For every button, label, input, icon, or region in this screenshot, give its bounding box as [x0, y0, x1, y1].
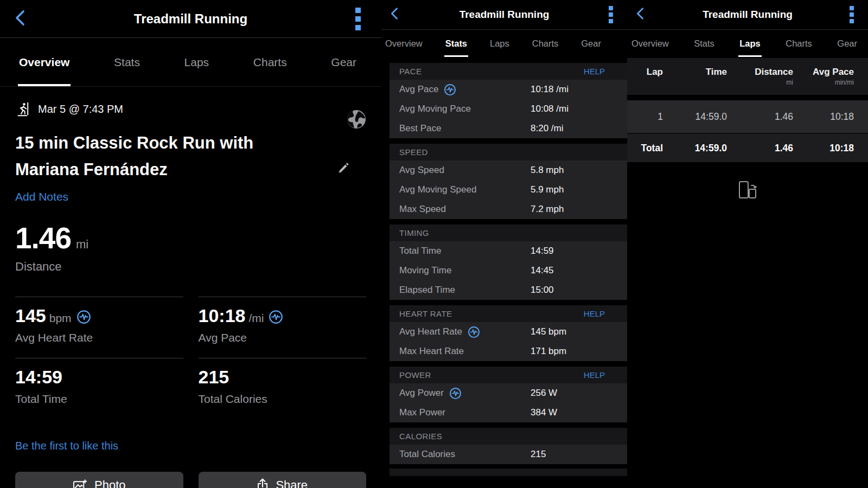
overflow-menu-button[interactable]	[850, 6, 854, 23]
stat-row: Avg Speed5.8 mph	[390, 160, 627, 180]
help-link[interactable]: HELP	[584, 67, 605, 76]
laps-table: Lap Time Distancemi Avg Pacemin/mi 1 14:…	[627, 58, 868, 162]
pulse-badge-icon	[449, 387, 462, 400]
laps-screen: Treadmill Running Overview Stats Laps Ch…	[627, 0, 868, 488]
section-pace: PACEHELP Avg Pace10:18 /mi Avg Moving Pa…	[390, 63, 627, 138]
section-title: PACE	[399, 67, 422, 76]
back-button[interactable]	[390, 8, 399, 22]
tab-bar: Overview Stats Laps Charts Gear	[381, 30, 627, 57]
tab-stats[interactable]: Stats	[693, 30, 716, 57]
privacy-globe-icon[interactable]	[346, 109, 367, 132]
share-button[interactable]: Share	[199, 472, 367, 488]
page-title: Treadmill Running	[134, 11, 247, 27]
tab-charts[interactable]: Charts	[252, 38, 288, 86]
back-chevron-icon	[636, 8, 644, 20]
add-photo-icon	[73, 479, 87, 488]
like-link[interactable]: Be the first to like this	[15, 440, 118, 452]
tab-laps[interactable]: Laps	[489, 30, 510, 57]
help-link[interactable]: HELP	[584, 370, 605, 380]
rotate-hint	[627, 179, 868, 202]
lap-avg-pace: 10:18	[793, 111, 854, 123]
stat-row-label: Avg Pace	[399, 84, 438, 95]
stat-label: Total Time	[15, 393, 183, 406]
tab-overview[interactable]: Overview	[630, 30, 670, 57]
section-power: POWERHELP Avg Power256 W Max Power384 W	[390, 367, 627, 422]
column-header: Time	[663, 67, 727, 78]
column-unit: mi	[727, 79, 793, 87]
tab-gear[interactable]: Gear	[580, 30, 602, 57]
share-icon	[257, 478, 269, 488]
stat-unit: bpm	[49, 312, 72, 324]
app-header: Treadmill Running	[381, 0, 627, 30]
tab-overview[interactable]: Overview	[18, 38, 71, 86]
stats-list: PACEHELP Avg Pace10:18 /mi Avg Moving Pa…	[390, 63, 627, 476]
stat-row-label: Avg Heart Rate	[399, 326, 462, 337]
photo-button[interactable]: Photo	[15, 472, 183, 488]
tab-laps[interactable]: Laps	[183, 38, 210, 86]
edit-pencil-icon[interactable]	[337, 160, 351, 177]
tab-charts[interactable]: Charts	[531, 30, 560, 57]
page-title: Treadmill Running	[703, 9, 793, 21]
column-header: Avg Pace	[793, 67, 854, 78]
section-timing: TIMING Total Time14:59 Moving Time14:45 …	[390, 224, 627, 300]
stat-label: Avg Pace	[199, 331, 367, 344]
table-gap	[627, 95, 868, 100]
back-chevron-icon	[390, 8, 399, 20]
stat-value: 145	[15, 305, 46, 326]
section-heart-rate: HEART RATEHELP Avg Heart Rate145 bpm Max…	[390, 305, 627, 361]
next-section-partial	[390, 468, 627, 476]
lap-row: 1 14:59.0 1.46 10:18	[627, 100, 868, 133]
app-header: Treadmill Running	[0, 0, 381, 38]
stat-row: Avg Heart Rate145 bpm	[390, 322, 627, 342]
overflow-menu-button[interactable]	[609, 6, 613, 23]
tab-stats[interactable]: Stats	[113, 38, 141, 86]
tab-charts[interactable]: Charts	[784, 30, 813, 57]
lap-time: 14:59.0	[663, 111, 727, 123]
pulse-badge-icon	[269, 310, 283, 324]
pulse-badge-icon	[444, 84, 456, 96]
tab-laps[interactable]: Laps	[738, 30, 762, 57]
tab-overview[interactable]: Overview	[384, 30, 424, 57]
add-notes-link[interactable]: Add Notes	[15, 190, 68, 203]
back-button[interactable]	[14, 10, 26, 28]
pulse-badge-icon	[76, 310, 91, 324]
column-unit	[635, 79, 663, 87]
tab-gear[interactable]: Gear	[836, 30, 858, 57]
section-title: SPEED	[399, 147, 428, 157]
tab-bar: Overview Stats Laps Charts Gear	[0, 38, 381, 87]
column-header: Distance	[727, 67, 793, 78]
tab-gear[interactable]: Gear	[330, 38, 358, 86]
action-buttons: Photo Share	[15, 472, 366, 488]
stat-row: Total Calories215	[390, 445, 627, 464]
summary-stats-grid: 145bpm Avg Heart Rate 10:18/mi Avg Pace …	[15, 297, 366, 419]
total-avg-pace: 10:18	[793, 143, 854, 154]
lap-number: 1	[635, 111, 663, 123]
stat-unit: /mi	[248, 312, 264, 324]
share-button-label: Share	[276, 478, 308, 488]
page-title: Treadmill Running	[459, 9, 550, 21]
tab-stats[interactable]: Stats	[444, 30, 468, 57]
rotate-device-icon	[735, 179, 760, 202]
distance-stat: 1.46mi Distance	[15, 221, 366, 274]
activity-title: 15 min Classic Rock Run with Mariana Fer…	[15, 130, 308, 183]
column-header: Lap	[635, 67, 663, 78]
stat-value: 215	[199, 367, 229, 387]
stat-value: 10:18	[199, 305, 246, 326]
stat-value: 14:59	[15, 367, 62, 387]
total-label: Total	[635, 143, 663, 154]
help-link[interactable]: HELP	[584, 309, 605, 318]
section-title: POWER	[399, 370, 431, 380]
stat-row: Elapsed Time15:00	[390, 280, 627, 300]
stat-row: Max Speed7.2 mph	[390, 200, 627, 219]
stat-row: Avg Power256 W	[390, 383, 627, 403]
activity-date: Mar 5 @ 7:43 PM	[38, 103, 123, 115]
stat-row: Best Pace8:20 /mi	[390, 119, 627, 138]
stat-row-label: Avg Power	[399, 388, 444, 399]
pulse-badge-icon	[468, 326, 480, 338]
lap-distance: 1.46	[727, 111, 793, 123]
stat-row: Avg Moving Pace10:08 /mi	[390, 99, 627, 119]
section-calories: CALORIES Total Calories215	[390, 428, 627, 464]
overflow-menu-button[interactable]	[355, 8, 361, 30]
avg-pace-stat: 10:18/mi Avg Pace	[199, 297, 367, 358]
back-button[interactable]	[636, 8, 644, 22]
